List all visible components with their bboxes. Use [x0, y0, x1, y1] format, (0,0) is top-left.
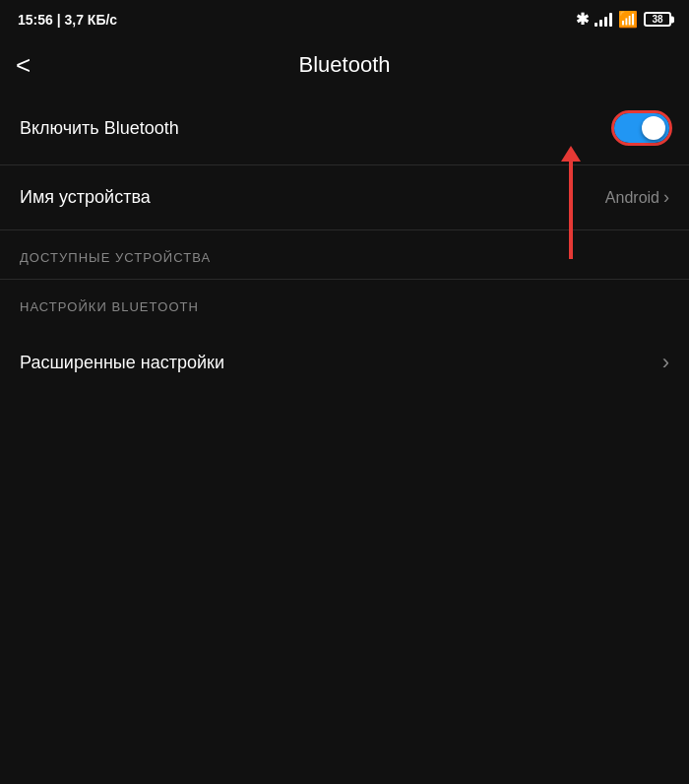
bluetooth-status-icon: ✱ [576, 10, 589, 29]
available-devices-section-header: ДОСТУПНЫЕ УСТРОЙСТВА [0, 230, 689, 279]
status-speed: 3,7 КБ/с [65, 12, 118, 28]
settings-content: Включить Bluetooth Имя устройства Androi… [0, 92, 689, 397]
toggle-thumb [642, 116, 665, 140]
device-name-value-group: Android › [605, 187, 669, 208]
status-time: 15:56 [18, 12, 53, 28]
page-header: < Bluetooth [0, 38, 689, 92]
status-bar: 15:56 | 3,7 КБ/с ✱ 📶 38 [0, 0, 689, 34]
signal-icon [595, 13, 612, 27]
status-separator: | [57, 12, 65, 28]
arrow-head-icon [561, 146, 581, 162]
arrow-shaft [569, 161, 573, 259]
status-icons: ✱ 📶 38 [576, 10, 671, 29]
device-name-row[interactable]: Имя устройства Android › [0, 164, 689, 229]
toggle-track [614, 113, 669, 143]
bluetooth-settings-section-header: НАСТРОЙКИ BLUETOOTH [0, 280, 689, 328]
page-title: Bluetooth [299, 52, 391, 78]
advanced-settings-chevron-icon: › [662, 350, 669, 375]
advanced-settings-row[interactable]: Расширенные настройки › [0, 328, 689, 397]
device-name-value: Android [605, 189, 659, 207]
device-name-label: Имя устройства [20, 187, 151, 208]
back-button[interactable]: < [16, 52, 31, 78]
device-name-chevron-icon: › [663, 187, 669, 208]
bluetooth-toggle-label: Включить Bluetooth [20, 118, 179, 139]
battery-icon: 38 [644, 12, 671, 27]
wifi-icon: 📶 [618, 10, 638, 29]
annotation-arrow [561, 146, 581, 259]
status-time-speed: 15:56 | 3,7 КБ/с [18, 12, 117, 28]
bluetooth-toggle[interactable] [614, 113, 669, 143]
advanced-settings-label: Расширенные настройки [20, 353, 224, 373]
bluetooth-toggle-row: Включить Bluetooth [0, 92, 689, 164]
